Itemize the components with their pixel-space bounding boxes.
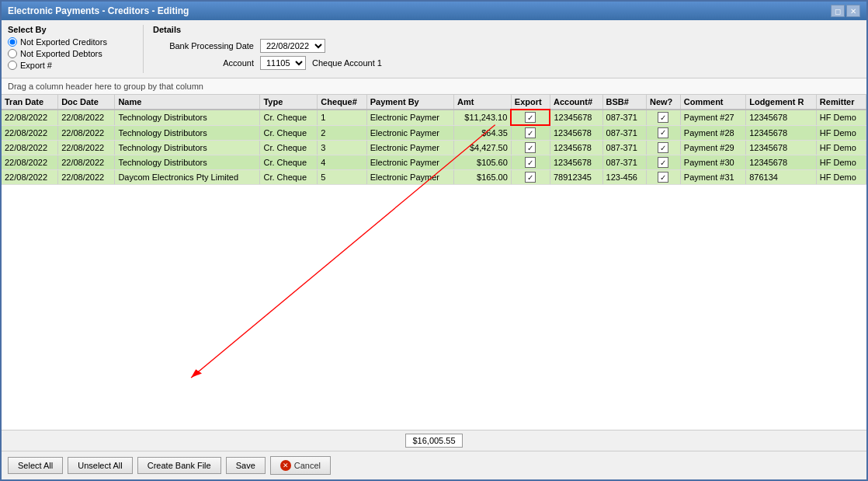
account-num-cell: 12345678 <box>550 141 602 155</box>
table-body: 22/08/202222/08/2022Technology Distribut… <box>2 110 866 185</box>
main-window: Electronic Payments - Creditors - Editin… <box>0 0 868 481</box>
account-num-cell: 12345678 <box>550 125 602 141</box>
col-header-remitter[interactable]: Remitter <box>816 95 866 110</box>
total-amount: $16,005.55 <box>405 434 462 448</box>
payment-by-cell: Electronic Paymer <box>366 170 453 185</box>
comment-cell: Payment #31 <box>680 170 745 185</box>
remitter-cell: HF Demo <box>816 141 866 155</box>
col-header-doc-date[interactable]: Doc Date <box>58 95 115 110</box>
col-header-tran-date[interactable]: Tran Date <box>2 95 58 110</box>
export-checkbox[interactable] <box>525 172 536 183</box>
export-checkbox[interactable] <box>525 112 536 123</box>
close-button[interactable]: ✕ <box>846 5 860 17</box>
export-checkbox[interactable] <box>525 142 536 153</box>
main-content: Tran Date Doc Date Name Type Cheque# Pay… <box>2 95 866 430</box>
export-cell[interactable] <box>511 170 550 185</box>
export-cell[interactable] <box>511 141 550 155</box>
cancel-icon: ✕ <box>280 460 291 471</box>
export-checkbox[interactable] <box>525 127 536 138</box>
comment-cell: Payment #27 <box>680 110 745 125</box>
account-row: Account 11105 Cheque Account 1 <box>153 56 860 70</box>
new-cell[interactable] <box>646 125 680 141</box>
payments-table: Tran Date Doc Date Name Type Cheque# Pay… <box>2 95 866 185</box>
export-checkbox[interactable] <box>525 157 536 168</box>
table-row: 22/08/202222/08/2022Technology Distribut… <box>2 110 866 125</box>
lodgement-ref-cell: 12345678 <box>746 110 817 125</box>
doc-date-cell: 22/08/2022 <box>58 170 115 185</box>
account-name: Cheque Account 1 <box>312 58 382 68</box>
new-checkbox[interactable] <box>658 127 668 138</box>
new-cell[interactable] <box>646 141 680 155</box>
radio-export-num[interactable]: Export # <box>8 61 137 70</box>
payment-by-cell: Electronic Paymer <box>366 155 453 170</box>
col-header-account-num[interactable]: Account# <box>550 95 602 110</box>
remitter-cell: HF Demo <box>816 125 866 141</box>
table-row: 22/08/202222/08/2022Technology Distribut… <box>2 125 866 141</box>
export-cell[interactable] <box>511 155 550 170</box>
export-cell[interactable] <box>511 125 550 141</box>
select-by-panel: Select By Not Exported Creditors Not Exp… <box>8 25 144 73</box>
bsb-cell: 087-371 <box>602 141 646 155</box>
amt-cell: $4,427.50 <box>454 141 512 155</box>
table-row: 22/08/202222/08/2022Technology Distribut… <box>2 141 866 155</box>
radio-not-exported-debtors[interactable]: Not Exported Debtors <box>8 49 137 58</box>
bank-processing-date-select[interactable]: 22/08/2022 <box>260 39 325 53</box>
status-bar: $16,005.55 <box>2 430 866 451</box>
payment-by-cell: Electronic Paymer <box>366 141 453 155</box>
type-cell: Cr. Cheque <box>260 110 318 125</box>
col-header-lodgement-ref[interactable]: Lodgement R <box>746 95 817 110</box>
col-header-bsb[interactable]: BSB# <box>602 95 646 110</box>
tran-date-cell: 22/08/2022 <box>2 110 58 125</box>
select-by-radio-group: Not Exported Creditors Not Exported Debt… <box>8 37 137 70</box>
save-button[interactable]: Save <box>226 457 266 474</box>
tran-date-cell: 22/08/2022 <box>2 141 58 155</box>
create-bank-file-button[interactable]: Create Bank File <box>137 457 221 474</box>
tran-date-cell: 22/08/2022 <box>2 125 58 141</box>
type-cell: Cr. Cheque <box>260 125 318 141</box>
col-header-comment[interactable]: Comment <box>680 95 745 110</box>
account-num-cell: 78912345 <box>550 170 602 185</box>
payments-table-container[interactable]: Tran Date Doc Date Name Type Cheque# Pay… <box>2 95 866 430</box>
new-cell[interactable] <box>646 170 680 185</box>
new-cell[interactable] <box>646 110 680 125</box>
payment-by-cell: Electronic Paymer <box>366 110 453 125</box>
col-header-cheque-num[interactable]: Cheque# <box>318 95 366 110</box>
remitter-cell: HF Demo <box>816 110 866 125</box>
type-cell: Cr. Cheque <box>260 141 318 155</box>
table-row: 22/08/202222/08/2022Technology Distribut… <box>2 155 866 170</box>
name-cell: Technology Distributors <box>115 141 260 155</box>
select-all-button[interactable]: Select All <box>8 457 63 474</box>
cheque-num-cell: 2 <box>318 125 366 141</box>
col-header-new[interactable]: New? <box>646 95 680 110</box>
restore-button[interactable]: ◻ <box>831 5 845 17</box>
col-header-amt[interactable]: Amt <box>454 95 512 110</box>
doc-date-cell: 22/08/2022 <box>58 141 115 155</box>
bsb-cell: 087-371 <box>602 155 646 170</box>
comment-cell: Payment #29 <box>680 141 745 155</box>
lodgement-ref-cell: 876134 <box>746 170 817 185</box>
col-header-export[interactable]: Export <box>511 95 550 110</box>
new-checkbox[interactable] <box>658 157 668 168</box>
bank-processing-date-label: Bank Processing Date <box>153 41 254 51</box>
name-cell: Technology Distributors <box>115 155 260 170</box>
cancel-button[interactable]: ✕ Cancel <box>270 456 331 475</box>
col-header-name[interactable]: Name <box>115 95 260 110</box>
select-by-title: Select By <box>8 25 137 34</box>
tran-date-cell: 22/08/2022 <box>2 170 58 185</box>
col-header-payment-by[interactable]: Payment By <box>366 95 453 110</box>
tran-date-cell: 22/08/2022 <box>2 155 58 170</box>
bottom-bar: Select All Unselect All Create Bank File… <box>2 451 866 479</box>
account-label: Account <box>153 58 254 68</box>
col-header-type[interactable]: Type <box>260 95 318 110</box>
table-row: 22/08/202222/08/2022Daycom Electronics P… <box>2 170 866 185</box>
account-select[interactable]: 11105 <box>260 56 306 70</box>
new-checkbox[interactable] <box>658 172 668 183</box>
new-checkbox[interactable] <box>658 112 668 123</box>
new-cell[interactable] <box>646 155 680 170</box>
export-cell[interactable] <box>511 110 550 125</box>
radio-not-exported-creditors[interactable]: Not Exported Creditors <box>8 37 137 47</box>
new-checkbox[interactable] <box>658 142 668 153</box>
title-bar: Electronic Payments - Creditors - Editin… <box>2 2 866 20</box>
unselect-all-button[interactable]: Unselect All <box>68 457 132 474</box>
lodgement-ref-cell: 12345678 <box>746 155 817 170</box>
